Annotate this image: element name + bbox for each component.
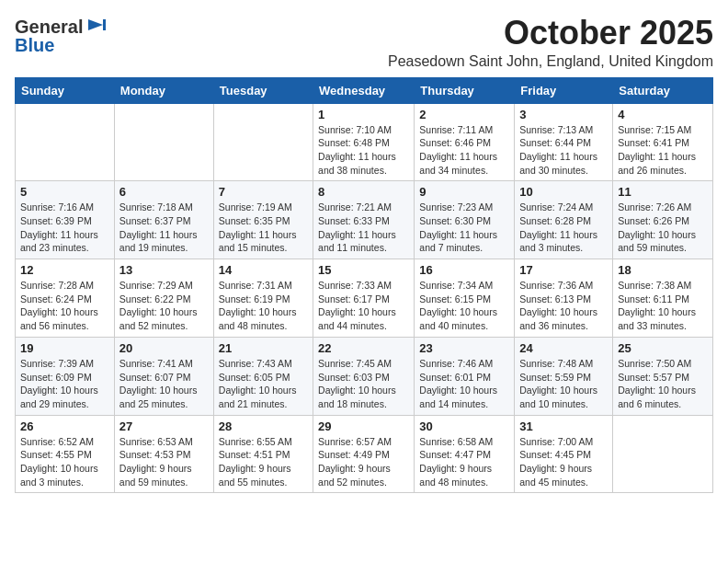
day-number: 5 — [20, 185, 109, 199]
calendar-cell: 18Sunrise: 7:38 AM Sunset: 6:11 PM Dayli… — [613, 259, 713, 338]
day-number: 14 — [219, 263, 308, 277]
calendar-cell: 8Sunrise: 7:21 AM Sunset: 6:33 PM Daylig… — [313, 181, 415, 259]
day-number: 13 — [119, 263, 209, 277]
day-number: 30 — [419, 419, 509, 433]
day-number: 19 — [20, 341, 109, 355]
calendar-cell: 5Sunrise: 7:16 AM Sunset: 6:39 PM Daylig… — [16, 181, 115, 259]
day-info: Sunrise: 6:58 AM Sunset: 4:47 PM Dayligh… — [419, 435, 509, 489]
day-number: 31 — [519, 419, 608, 433]
calendar-cell: 6Sunrise: 7:18 AM Sunset: 6:37 PM Daylig… — [114, 181, 213, 259]
day-number: 23 — [419, 341, 509, 355]
day-number: 11 — [618, 185, 708, 199]
day-info: Sunrise: 7:33 AM Sunset: 6:17 PM Dayligh… — [318, 279, 409, 333]
calendar-cell: 7Sunrise: 7:19 AM Sunset: 6:35 PM Daylig… — [213, 181, 313, 259]
day-info: Sunrise: 7:11 AM Sunset: 6:46 PM Dayligh… — [419, 123, 509, 178]
calendar-cell: 31Sunrise: 7:00 AM Sunset: 4:45 PM Dayli… — [515, 415, 613, 493]
day-info: Sunrise: 7:19 AM Sunset: 6:35 PM Dayligh… — [219, 201, 308, 255]
day-info: Sunrise: 7:50 AM Sunset: 5:57 PM Dayligh… — [618, 357, 708, 411]
svg-rect-1 — [103, 19, 106, 30]
day-info: Sunrise: 7:23 AM Sunset: 6:30 PM Dayligh… — [419, 201, 509, 255]
day-number: 17 — [519, 263, 608, 277]
day-number: 15 — [318, 263, 409, 277]
day-number: 7 — [219, 185, 308, 199]
calendar-cell: 21Sunrise: 7:43 AM Sunset: 6:05 PM Dayli… — [213, 337, 313, 415]
day-info: Sunrise: 6:52 AM Sunset: 4:55 PM Dayligh… — [20, 435, 109, 489]
calendar-cell: 22Sunrise: 7:45 AM Sunset: 6:03 PM Dayli… — [313, 337, 415, 415]
calendar-cell — [213, 103, 313, 181]
calendar-cell: 29Sunrise: 6:57 AM Sunset: 4:49 PM Dayli… — [313, 415, 415, 493]
logo-icon — [86, 15, 107, 35]
calendar-cell: 1Sunrise: 7:10 AM Sunset: 6:48 PM Daylig… — [313, 103, 415, 181]
calendar-cell: 27Sunrise: 6:53 AM Sunset: 4:53 PM Dayli… — [114, 415, 213, 493]
day-info: Sunrise: 7:18 AM Sunset: 6:37 PM Dayligh… — [119, 201, 209, 255]
calendar-cell: 24Sunrise: 7:48 AM Sunset: 5:59 PM Dayli… — [515, 337, 613, 415]
calendar-cell: 17Sunrise: 7:36 AM Sunset: 6:13 PM Dayli… — [515, 259, 613, 338]
day-number: 2 — [419, 108, 509, 121]
calendar-cell: 16Sunrise: 7:34 AM Sunset: 6:15 PM Dayli… — [415, 259, 515, 338]
day-info: Sunrise: 7:00 AM Sunset: 4:45 PM Dayligh… — [519, 435, 608, 489]
svg-marker-0 — [88, 19, 103, 30]
day-number: 21 — [219, 341, 308, 355]
calendar-cell: 28Sunrise: 6:55 AM Sunset: 4:51 PM Dayli… — [213, 415, 313, 493]
day-info: Sunrise: 7:24 AM Sunset: 6:28 PM Dayligh… — [519, 201, 608, 255]
day-info: Sunrise: 7:29 AM Sunset: 6:22 PM Dayligh… — [119, 279, 209, 333]
day-info: Sunrise: 7:38 AM Sunset: 6:11 PM Dayligh… — [618, 279, 708, 333]
day-header-sunday: Sunday — [16, 77, 115, 103]
day-header-tuesday: Tuesday — [213, 77, 313, 103]
calendar-cell: 11Sunrise: 7:26 AM Sunset: 6:26 PM Dayli… — [613, 181, 713, 259]
calendar-cell: 20Sunrise: 7:41 AM Sunset: 6:07 PM Dayli… — [114, 337, 213, 415]
day-number: 29 — [318, 419, 409, 433]
calendar-cell: 15Sunrise: 7:33 AM Sunset: 6:17 PM Dayli… — [313, 259, 415, 338]
day-number: 16 — [419, 263, 509, 277]
calendar-cell: 13Sunrise: 7:29 AM Sunset: 6:22 PM Dayli… — [114, 259, 213, 338]
calendar-cell: 30Sunrise: 6:58 AM Sunset: 4:47 PM Dayli… — [415, 415, 515, 493]
calendar-cell — [16, 103, 115, 181]
calendar-cell: 3Sunrise: 7:13 AM Sunset: 6:44 PM Daylig… — [515, 103, 613, 181]
calendar-cell: 2Sunrise: 7:11 AM Sunset: 6:46 PM Daylig… — [415, 103, 515, 181]
week-row-3: 12Sunrise: 7:28 AM Sunset: 6:24 PM Dayli… — [16, 259, 713, 338]
title-block: October 2025 Peasedown Saint John, Engla… — [388, 15, 713, 70]
day-info: Sunrise: 6:53 AM Sunset: 4:53 PM Dayligh… — [119, 435, 209, 489]
day-info: Sunrise: 6:55 AM Sunset: 4:51 PM Dayligh… — [219, 435, 308, 489]
day-number: 20 — [119, 341, 209, 355]
day-number: 4 — [618, 108, 708, 121]
day-header-wednesday: Wednesday — [313, 77, 415, 103]
day-info: Sunrise: 6:57 AM Sunset: 4:49 PM Dayligh… — [318, 435, 409, 489]
day-number: 18 — [618, 263, 708, 277]
day-info: Sunrise: 7:45 AM Sunset: 6:03 PM Dayligh… — [318, 357, 409, 411]
calendar-cell: 19Sunrise: 7:39 AM Sunset: 6:09 PM Dayli… — [16, 337, 115, 415]
week-row-5: 26Sunrise: 6:52 AM Sunset: 4:55 PM Dayli… — [16, 415, 713, 493]
logo-blue-text: Blue — [15, 35, 54, 55]
day-number: 25 — [618, 341, 708, 355]
day-info: Sunrise: 7:28 AM Sunset: 6:24 PM Dayligh… — [20, 279, 109, 333]
calendar-cell — [613, 415, 713, 493]
day-number: 12 — [20, 263, 109, 277]
day-info: Sunrise: 7:43 AM Sunset: 6:05 PM Dayligh… — [219, 357, 308, 411]
week-row-2: 5Sunrise: 7:16 AM Sunset: 6:39 PM Daylig… — [16, 181, 713, 259]
calendar-cell: 10Sunrise: 7:24 AM Sunset: 6:28 PM Dayli… — [515, 181, 613, 259]
calendar-cell — [114, 103, 213, 181]
day-number: 22 — [318, 341, 409, 355]
calendar-cell: 12Sunrise: 7:28 AM Sunset: 6:24 PM Dayli… — [16, 259, 115, 338]
day-number: 28 — [219, 419, 308, 433]
days-header-row: SundayMondayTuesdayWednesdayThursdayFrid… — [16, 77, 713, 103]
page-header: General Blue October 2025 Peasedown Sain… — [15, 15, 713, 70]
day-info: Sunrise: 7:21 AM Sunset: 6:33 PM Dayligh… — [318, 201, 409, 255]
day-info: Sunrise: 7:41 AM Sunset: 6:07 PM Dayligh… — [119, 357, 209, 411]
day-number: 26 — [20, 419, 109, 433]
month-title: October 2025 — [388, 15, 713, 52]
day-number: 24 — [519, 341, 608, 355]
day-header-saturday: Saturday — [613, 77, 713, 103]
day-info: Sunrise: 7:39 AM Sunset: 6:09 PM Dayligh… — [20, 357, 109, 411]
calendar-cell: 25Sunrise: 7:50 AM Sunset: 5:57 PM Dayli… — [613, 337, 713, 415]
logo: General Blue — [15, 15, 107, 56]
calendar-cell: 4Sunrise: 7:15 AM Sunset: 6:41 PM Daylig… — [613, 103, 713, 181]
location: Peasedown Saint John, England, United Ki… — [388, 53, 713, 70]
day-info: Sunrise: 7:36 AM Sunset: 6:13 PM Dayligh… — [519, 279, 608, 333]
day-number: 1 — [318, 108, 409, 121]
day-info: Sunrise: 7:46 AM Sunset: 6:01 PM Dayligh… — [419, 357, 509, 411]
day-info: Sunrise: 7:26 AM Sunset: 6:26 PM Dayligh… — [618, 201, 708, 255]
calendar-table: SundayMondayTuesdayWednesdayThursdayFrid… — [15, 77, 713, 494]
calendar-cell: 23Sunrise: 7:46 AM Sunset: 6:01 PM Dayli… — [415, 337, 515, 415]
day-number: 8 — [318, 185, 409, 199]
